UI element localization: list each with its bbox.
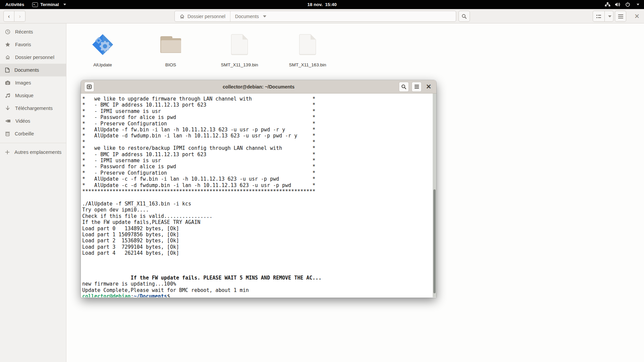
file-item-alupdate[interactable]: AlUpdate — [76, 34, 129, 67]
sidebar-item-documents[interactable]: Documents — [0, 64, 66, 76]
sidebar-label: Images — [15, 80, 31, 85]
search-icon — [462, 14, 467, 19]
view-toggle-group — [593, 11, 613, 22]
terminal-line: If the FW update fails. PLEASE WAIT 5 MI… — [82, 275, 321, 281]
path-segment-current[interactable]: Documents — [230, 11, 271, 21]
terminal-title: collector@debian: ~/Documents — [81, 84, 436, 89]
terminal-line: ./AlUpdate -f SMT_X11_163.bin -i kcs — [82, 201, 191, 207]
files-close-button[interactable]: ✕ — [632, 11, 642, 22]
executable-icon — [92, 34, 114, 56]
sidebar-label: Dossier personnel — [15, 55, 54, 60]
back-button[interactable]: ‹ — [3, 11, 14, 22]
sidebar-item-trash[interactable]: Corbeille — [0, 127, 66, 140]
path-segment-home[interactable]: Dossier personnel — [175, 11, 230, 21]
sidebar-label: Musique — [15, 93, 34, 98]
terminal-scrollbar-track[interactable] — [433, 94, 436, 297]
file-icon — [231, 34, 248, 55]
sidebar-label: Autres emplacements — [14, 149, 61, 155]
list-view-button[interactable] — [593, 11, 605, 22]
terminal-line: * - Preserve Configuration * — [82, 170, 315, 176]
terminal-prompt: $ — [167, 293, 170, 297]
sidebar-label: Vidéos — [15, 118, 30, 124]
clock[interactable]: 18 nov. 15:40 — [0, 2, 644, 7]
top-bar: Activités >_ Terminal 18 nov. 15:40 — [0, 0, 644, 9]
terminal-prompt: collector@debian — [82, 293, 131, 297]
terminal-line: Load part 2 1536892 bytes, [Ok] — [82, 238, 179, 244]
home-icon — [5, 55, 10, 60]
terminal-close-button[interactable]: ✕ — [424, 82, 433, 92]
terminal-line: * AlUpdate -c -f fw.bin -i lan -h 10.11.… — [82, 176, 315, 182]
sidebar-label: Corbeille — [15, 131, 34, 136]
path-current-label: Documents — [235, 14, 259, 19]
terminal-output: * we like to upgrade firmware through LA… — [82, 96, 321, 297]
sidebar-item-other-locations[interactable]: Autres emplacements — [0, 146, 66, 159]
terminal-prompt: ~/Documents — [134, 293, 167, 297]
terminal-prompt: : — [131, 293, 134, 297]
file-item-bios[interactable]: BIOS — [144, 34, 198, 67]
network-icon — [605, 2, 610, 7]
sidebar-item-music[interactable]: Musique — [0, 89, 66, 102]
terminal-line: * - IPMI username is usr * — [82, 108, 315, 114]
terminal-line: new firmware is updating...100% — [82, 281, 176, 287]
sidebar-divider — [0, 143, 66, 143]
terminal-line: * AlUpdate -d fwdump.bin -i lan -h 10.11… — [82, 133, 315, 139]
terminal-line: * we like to upgrade firmware through LA… — [82, 96, 315, 102]
sidebar: Récents Favoris Dossier personnel Do — [0, 23, 66, 362]
system-status-area[interactable] — [605, 2, 644, 7]
hamburger-menu-button[interactable] — [615, 11, 626, 22]
plus-icon — [5, 150, 10, 155]
file-name: SMT_X11_139.bin — [221, 62, 258, 67]
folder-icon — [160, 36, 181, 53]
sidebar-item-pictures[interactable]: Images — [0, 76, 66, 89]
search-button[interactable] — [459, 11, 470, 22]
sidebar-item-recents[interactable]: Récents — [0, 25, 66, 38]
file-item-smt-163[interactable]: SMT_X11_163.bin — [281, 34, 334, 67]
terminal-line: Load part 3 7299104 bytes, [Ok] — [82, 244, 179, 250]
file-item-smt-139[interactable]: SMT_X11_139.bin — [213, 34, 266, 67]
hamburger-icon — [618, 14, 623, 18]
terminal-line: * - BMC IP address 10.11.12.13 port 623 … — [82, 152, 315, 158]
list-view-icon — [596, 14, 601, 19]
download-arrow-icon — [5, 106, 10, 111]
file-name: AlUpdate — [93, 62, 112, 67]
terminal-line: * - BMC IP address 10.11.12.13 port 623 … — [82, 102, 315, 108]
star-icon — [5, 42, 10, 47]
terminal-line: Update Complete,Please wait for BMC rebo… — [82, 287, 249, 293]
sidebar-label: Documents — [14, 67, 39, 73]
terminal-line: * AlUpdate -f fw.bin -i lan -h 10.11.12.… — [82, 127, 315, 133]
history-nav-group: ‹ › — [3, 11, 25, 22]
sidebar-label: Téléchargements — [15, 106, 53, 111]
terminal-menu-button[interactable] — [412, 82, 422, 92]
chevron-down-icon — [608, 15, 611, 17]
new-tab-button[interactable] — [84, 82, 94, 92]
terminal-scrollbar-thumb[interactable] — [433, 189, 436, 293]
file-name: SMT_X11_163.bin — [289, 62, 326, 67]
terminal-line: * - IPMI username is usr * — [82, 158, 315, 164]
forward-button[interactable]: › — [14, 11, 25, 22]
path-dropdown-icon[interactable] — [263, 15, 266, 17]
path-home-label: Dossier personnel — [187, 14, 225, 19]
sidebar-item-videos[interactable]: Vidéos — [0, 115, 66, 127]
volume-icon — [615, 2, 621, 7]
sidebar-label: Favoris — [15, 42, 31, 47]
terminal-line: * - Password for alice is pwd * — [82, 164, 315, 170]
sidebar-item-downloads[interactable]: Téléchargements — [0, 102, 66, 115]
sidebar-item-home[interactable]: Dossier personnel — [0, 51, 66, 64]
terminal-line: * - Password for alice is pwd * — [82, 114, 315, 120]
files-header-bar: ‹ › Dossier personnel Documents — [0, 9, 644, 23]
sidebar-item-favorites[interactable]: Favoris — [0, 38, 66, 51]
terminal-line: If the FW update fails,PLEASE TRY AGAIN — [82, 219, 200, 225]
terminal-content[interactable]: * we like to upgrade firmware through LA… — [81, 94, 436, 297]
terminal-titlebar[interactable]: collector@debian: ~/Documents — [81, 80, 436, 94]
document-icon — [5, 67, 10, 73]
terminal-search-button[interactable] — [399, 82, 409, 92]
view-options-dropdown[interactable] — [605, 11, 613, 22]
terminal-line: Load part 0 134892 bytes, [Ok] — [82, 226, 179, 232]
search-icon — [401, 84, 407, 89]
terminal-line: Load part 1 15097856 bytes, [Ok] — [82, 232, 179, 238]
status-chevron-icon — [637, 4, 639, 5]
terminal-line: * AlUpdate -c -d fwdump.bin -i lan -h 10… — [82, 182, 315, 188]
hamburger-icon — [415, 85, 419, 88]
home-icon — [179, 14, 185, 19]
camera-icon — [5, 80, 10, 85]
